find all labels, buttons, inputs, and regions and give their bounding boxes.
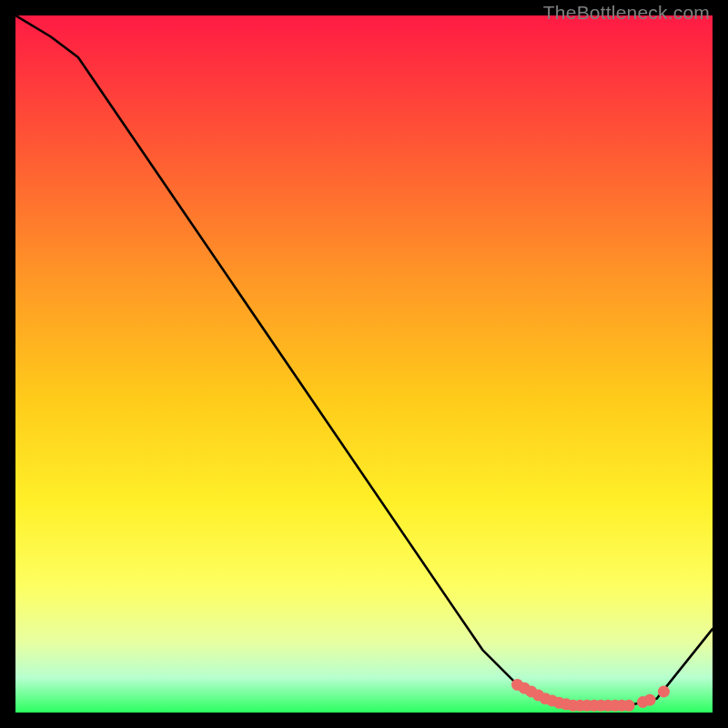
attribution-text: TheBottleneck.com bbox=[543, 2, 710, 24]
chart-stage: TheBottleneck.com bbox=[0, 0, 728, 728]
chart-svg bbox=[15, 15, 713, 713]
plot-area bbox=[15, 15, 713, 713]
svg-point-19 bbox=[658, 686, 670, 698]
svg-point-16 bbox=[623, 700, 635, 712]
svg-point-18 bbox=[644, 694, 656, 706]
